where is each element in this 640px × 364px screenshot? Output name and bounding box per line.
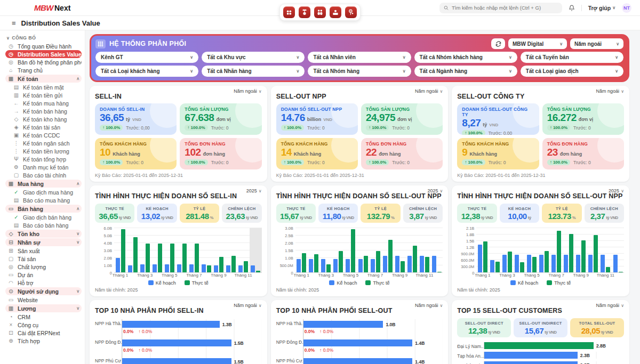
sidebar-item-l-ng[interactable]: ▥Lương∨ (5, 304, 82, 312)
bar-group (538, 228, 550, 272)
bar-group (237, 228, 250, 272)
sidebar-item-trang-ch-[interactable]: ⌂Trang chủ (5, 66, 82, 74)
logo[interactable]: MBW Next (34, 3, 70, 12)
bar-chart: 01.0B2.0B3.0B4.0B5.0B6.0B (114, 228, 262, 273)
sidebar-item-ng-i-s-d-ng[interactable]: ⊙Người sử dụng∨ (5, 287, 82, 295)
x-tick-label: Tháng 3 (137, 273, 153, 278)
bar-actual (256, 271, 260, 273)
period-selector[interactable]: Năm ngoái∨ (596, 88, 624, 94)
sidebar-item-b-o-c-o-b-n-h-ng[interactable]: ▤Báo cáo bán hàng (5, 221, 82, 229)
sidebar-item-giao-d-ch-b-n-h-ng[interactable]: ✓Giao dịch bán hàng (5, 213, 82, 221)
section-title: TÌNH HÌNH THỰC HIỆN DOANH SỐ SELL-IN (95, 192, 262, 200)
sidebar-item-t-n-kho[interactable]: ◇Tồn kho∨ (5, 230, 82, 238)
kpi-tile: TỔNG KHÁCH HÀNG14Khách hàng↑ 100.0%Trước… (276, 138, 358, 169)
hbar-zone: 1.5B0.0%↑ 0.0% (122, 338, 262, 357)
period-selector[interactable]: 2025∨ (246, 188, 262, 193)
bar-group (612, 228, 624, 272)
sidebar-item-c-ng-c-[interactable]: ×Công cụ (5, 321, 82, 329)
help-menu[interactable]: Trợ giúp ∨ (581, 5, 615, 11)
sidebar-item-k-to-n-ti-n-l-ng[interactable]: ⋮Kế toán tiền lương (5, 147, 82, 155)
sidebar-item-t-ng-quan-i-u-h-nh[interactable]: ◷Tổng quan Điều hành (5, 42, 82, 50)
sidebar-item-mua-h-ng[interactable]: ▦Mua hàng∧ (5, 180, 82, 188)
period-selector[interactable]: Năm ngoái∨ (415, 303, 443, 308)
sidebar-item-distribution-sales-value[interactable]: ◷Distribution Sales Value (5, 50, 82, 58)
sidebar-item-b-o-c-o-t-i-ch-nh[interactable]: ▢Báo cáo tài chính (5, 171, 82, 179)
period-selector[interactable]: Năm ngoái∨ (415, 88, 443, 94)
sidebar-item-k-to-n[interactable]: ▦Kế toán∧ (5, 75, 82, 83)
sidebar-item-k-to-n-ng-n-s-ch[interactable]: ⋮Kế toán ngân sách (5, 139, 82, 147)
hamburger-menu-icon[interactable]: ≡ (12, 19, 16, 27)
sidebar-item-t-ch-h-p[interactable]: ⊕Tích hợp (5, 337, 82, 345)
bar-actual (520, 262, 524, 272)
kpi-unit: billion (307, 117, 322, 122)
sidebar-item-k-to-n-ccdc[interactable]: ▣Kế toán CCDC (5, 131, 82, 139)
sidebar-item-k-to-n-t-i-s-n[interactable]: ◈Kế toán tài sản (5, 123, 82, 131)
bar-actual (413, 246, 417, 272)
bar-plan (502, 255, 507, 272)
sidebar-item-b-n-h-ng[interactable]: ▭Bán hàng∧ (5, 205, 82, 213)
x-tick-label: Tháng 5 (162, 273, 177, 278)
sidebar-item-k-to-n-kho-h-ng[interactable]: ◇Kế toán kho hàng (5, 115, 82, 123)
bar-plan (202, 264, 206, 272)
team-icon[interactable] (314, 6, 326, 18)
workflow-icon[interactable] (299, 6, 310, 18)
people-icon[interactable] (283, 6, 295, 18)
y-tick-label: 600.0M (457, 258, 474, 263)
sidebar-item-k-to-n-ti-n-g-i[interactable]: ▥Kế toán tiền gửi (5, 91, 82, 99)
sidebar-item-nh-n-s-[interactable]: ⊟Nhân sự∨ (5, 238, 82, 246)
filter-dropdown-r1-5[interactable]: Tất cả Tuyến bán∨ (521, 52, 623, 63)
bar-plan (420, 256, 424, 272)
growth-badge: ↑ 100.0% (281, 125, 304, 131)
sidebar-item-label: Công cụ (18, 322, 38, 328)
sidebar-item-k-to-n-b-n-h-ng[interactable]: →Kế toán bán hàng (5, 107, 82, 115)
sidebar-item-website[interactable]: ▭Website (5, 296, 82, 304)
company-select[interactable]: MBW Digital∨ (508, 38, 567, 49)
bar-plan (539, 255, 543, 272)
search-input[interactable] (439, 3, 562, 13)
period-selector[interactable]: Năm ngoái∨ (234, 303, 261, 308)
sidebar-item-ch-t-l-ng[interactable]: ◎Chất lượng (5, 263, 82, 271)
notification-bell-icon[interactable] (569, 5, 575, 11)
x-axis-labels: Tháng 1Tháng 3Tháng 5Tháng 7Tháng 9Tháng… (114, 273, 262, 279)
filter-dropdown-r1-2[interactable]: Tất cả Khu vực∨ (202, 52, 305, 63)
sidebar-item-giao-d-ch-mua-h-ng[interactable]: ✓Giao dịch mua hàng (5, 188, 82, 196)
filter-dropdown-r1-4[interactable]: Tất cả Nhóm khách hàng∨ (414, 52, 517, 63)
kpi-value: 22 (366, 147, 377, 158)
sidebar-item-b-o-c-o-mua-h-ng[interactable]: ▤Báo cáo mua hàng (5, 196, 82, 204)
sidebar-item-b-n-h-th-ng-ph-n-ph-i[interactable]: ◎Bản đồ hệ thống phân phối (5, 58, 82, 66)
x-tick-label: Tháng 1 (293, 273, 309, 278)
filter-dropdown-r1-1[interactable]: Kênh GT∨ (95, 52, 198, 63)
chevron-down-icon: ∨ (190, 69, 193, 74)
period-selector[interactable]: Năm ngoái∨ (596, 303, 624, 308)
filter-dropdown-r2-5[interactable]: Tất cả Loại giao dịch∨ (521, 66, 623, 77)
filter-dropdown-r2-3[interactable]: Tất cả Nhóm hàng∨ (308, 66, 411, 77)
period-select[interactable]: Năm ngoái∨ (570, 38, 623, 49)
location-pin-icon[interactable] (345, 6, 357, 18)
sidebar-item-k-to-n-t-ng-h-p[interactable]: ΨKế toán tổng hợp (5, 155, 82, 163)
sidebar-item-t-i-s-n[interactable]: ▢Tài sản (5, 255, 82, 263)
sidebar-item-c-i-t-erpnext[interactable]: ⊡Cài đặt ERPNext (5, 329, 82, 337)
sidebar-item-k-to-n-ti-n-m-t[interactable]: ▤Kế toán tiền mặt (5, 83, 82, 91)
filter-dropdown-r2-1[interactable]: Tất cả Loại khách hàng∨ (95, 66, 198, 77)
sidebar-item-s-n-xu-t[interactable]: ⊞Sản xuất (5, 247, 82, 255)
avatar[interactable]: NT (622, 3, 631, 13)
period-selector[interactable]: 2025∨ (427, 188, 443, 193)
id-card-icon[interactable] (330, 6, 341, 18)
sidebar-item-d-n[interactable]: ▭Dự án (5, 271, 82, 279)
sidebar-item-danh-m-c-k-to-n[interactable]: ⚙Danh mục kế toán (5, 163, 82, 171)
chevron-down-icon: ∨ (509, 69, 512, 74)
sidebar-item-crm[interactable]: ◔CRM (5, 313, 82, 321)
sidebar-section-congbo[interactable]: ∨CÔNG BỐ (5, 34, 82, 42)
sidebar-item-h-tr-[interactable]: ◠Hỗ trợ (5, 279, 82, 287)
filter-dropdown-r1-3[interactable]: Tất cả Nhân viên∨ (308, 52, 411, 63)
refresh-button[interactable] (491, 38, 505, 49)
kpi-value: 14 (281, 147, 292, 158)
dots-icon: ⋮ (13, 148, 20, 154)
kpi-label: DOANH SỐ SELL-IN (100, 107, 172, 112)
filter-dropdown-r2-4[interactable]: Tất cả Ngành hàng∨ (414, 66, 517, 77)
chevron-down-icon: ∨ (297, 55, 300, 60)
period-selector[interactable]: 2025∨ (609, 188, 624, 193)
filter-dropdown-r2-2[interactable]: Tất cả Nhãn hàng∨ (202, 66, 305, 77)
period-selector[interactable]: Năm ngoái∨ (234, 88, 261, 94)
sidebar-item-k-to-n-mua-h-ng[interactable]: ←Kế toán mua hàng (5, 99, 82, 107)
